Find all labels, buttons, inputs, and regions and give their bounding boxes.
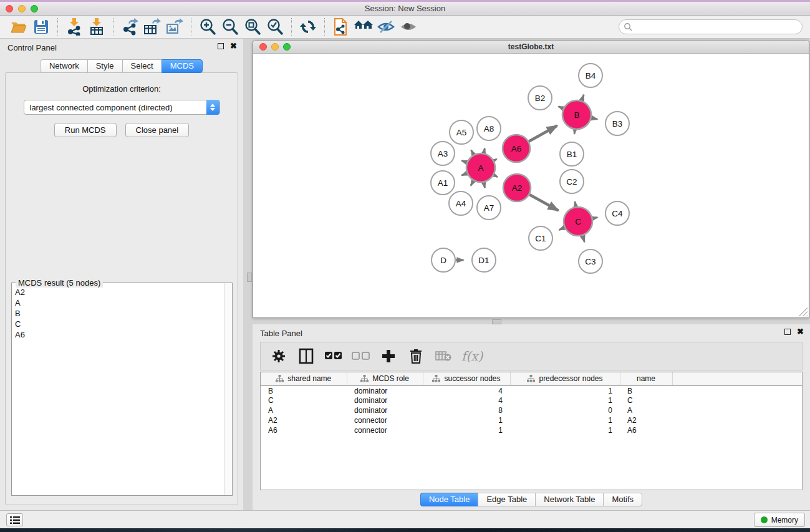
float-panel-icon[interactable] xyxy=(784,329,791,335)
graph-edge-A-A8[interactable] xyxy=(484,148,485,153)
graph-node-C[interactable]: C xyxy=(564,207,592,236)
open-session-icon[interactable] xyxy=(7,17,30,36)
table-cell[interactable]: C xyxy=(620,395,672,405)
tab-network-table[interactable]: Network Table xyxy=(535,493,603,506)
table-cell[interactable]: 1 xyxy=(510,415,620,425)
table-row[interactable]: Adominator80A xyxy=(261,405,802,415)
graph-node-D1[interactable]: D1 xyxy=(472,248,496,272)
create-column-plus-icon[interactable] xyxy=(379,347,398,365)
table-cell[interactable]: B xyxy=(620,385,672,395)
column-header-MCDS-role[interactable]: MCDS role xyxy=(347,372,423,385)
memory-button[interactable]: Memory xyxy=(754,513,805,527)
graph-node-A6[interactable]: A6 xyxy=(503,135,530,162)
network-canvas[interactable]: B4B2BB3A5A8A6A3B1AA1C2A2A4A7C4CC1C3DD1 xyxy=(254,54,808,317)
table-cell[interactable]: connector xyxy=(347,425,423,435)
graph-edge-B-B1[interactable] xyxy=(574,130,575,134)
table-cell[interactable]: dominator xyxy=(347,405,423,415)
graph-node-A4[interactable]: A4 xyxy=(449,191,473,215)
graph-edge-A-A1[interactable] xyxy=(461,173,466,175)
close-panel-icon[interactable]: ✖ xyxy=(797,329,804,335)
column-header-predecessor-nodes[interactable]: predecessor nodes xyxy=(510,372,620,385)
table-cell[interactable]: A6 xyxy=(261,425,347,435)
export-table-icon[interactable] xyxy=(141,17,163,36)
select-all-columns-icon[interactable] xyxy=(324,347,343,365)
table-cell[interactable]: C xyxy=(261,395,347,405)
graph-node-A2[interactable]: A2 xyxy=(503,174,531,201)
export-network-icon[interactable] xyxy=(118,17,141,36)
table-cell[interactable]: A xyxy=(620,405,672,415)
splitter-handle[interactable] xyxy=(247,273,252,282)
table-cell[interactable]: dominator xyxy=(347,385,423,395)
list-item[interactable]: A2 xyxy=(12,287,223,297)
table-cell[interactable]: dominator xyxy=(347,395,423,405)
table-cell[interactable]: 1 xyxy=(423,415,510,425)
float-panel-icon[interactable] xyxy=(218,43,224,49)
window-resize-grip[interactable] xyxy=(799,307,808,316)
graph-node-A1[interactable]: A1 xyxy=(431,171,455,195)
graph-node-C3[interactable]: C3 xyxy=(579,249,602,273)
graph-edge-C-C3[interactable] xyxy=(582,236,584,242)
save-session-icon[interactable] xyxy=(30,17,52,36)
graph-node-C4[interactable]: C4 xyxy=(605,201,629,225)
column-header-successor-nodes[interactable]: successor nodes xyxy=(423,372,510,385)
run-mcds-button[interactable]: Run MCDS xyxy=(54,123,117,137)
graph-edge-C-C2[interactable] xyxy=(575,201,576,206)
table-cell[interactable]: A2 xyxy=(620,415,672,425)
graph-node-D[interactable]: D xyxy=(432,248,455,272)
zoom-fit-icon[interactable] xyxy=(241,17,264,36)
delete-column-trash-icon[interactable] xyxy=(407,347,425,365)
tab-style[interactable]: Style xyxy=(87,59,122,73)
graph-edge-A-A4[interactable] xyxy=(471,181,473,186)
tab-mcds[interactable]: MCDS xyxy=(162,59,203,73)
table-cell[interactable]: 4 xyxy=(423,385,510,395)
table-cell[interactable]: 1 xyxy=(423,425,510,435)
table-cell[interactable]: connector xyxy=(347,415,423,425)
tab-network[interactable]: Network xyxy=(41,59,87,73)
table-cell[interactable]: 1 xyxy=(510,425,620,435)
list-item[interactable]: A xyxy=(12,297,223,308)
result-list-scrollbar[interactable] xyxy=(224,283,232,495)
close-panel-icon[interactable]: ✖ xyxy=(230,43,237,49)
list-item[interactable]: A6 xyxy=(12,329,223,340)
graph-edge-B-B4[interactable] xyxy=(582,95,584,101)
list-item[interactable]: C xyxy=(12,319,223,329)
zoom-out-icon[interactable] xyxy=(219,17,241,36)
table-cell[interactable]: 1 xyxy=(510,395,620,405)
column-header-shared-name[interactable]: shared name xyxy=(261,372,347,385)
graph-node-B4[interactable]: B4 xyxy=(579,64,602,87)
zoom-selected-icon[interactable] xyxy=(264,17,286,36)
table-settings-gear-icon[interactable] xyxy=(269,347,288,365)
tab-motifs[interactable]: Motifs xyxy=(603,493,642,506)
search-input[interactable] xyxy=(619,19,803,34)
column-header-name[interactable]: name xyxy=(620,372,672,385)
first-neighbors-icon[interactable] xyxy=(352,17,375,36)
table-cell[interactable]: 0 xyxy=(510,405,620,415)
graph-edge-A-A2[interactable] xyxy=(494,175,498,177)
graph-node-A8[interactable]: A8 xyxy=(477,117,501,140)
graph-edge-A-A3[interactable] xyxy=(462,161,467,163)
graph-node-A7[interactable]: A7 xyxy=(477,196,501,220)
graph-edge-A-A5[interactable] xyxy=(471,150,474,155)
graph-edge-A6-B[interactable] xyxy=(529,126,557,142)
zoom-in-icon[interactable] xyxy=(196,17,219,36)
hide-selected-icon[interactable] xyxy=(375,17,397,36)
optimization-criterion-dropdown[interactable]: largest connected component (directed) xyxy=(24,100,220,115)
task-history-list-icon[interactable] xyxy=(6,513,23,526)
show-column-icon[interactable] xyxy=(297,347,316,365)
graph-node-B3[interactable]: B3 xyxy=(605,112,629,135)
show-all-icon[interactable] xyxy=(397,17,420,36)
graph-edge-B-B2[interactable] xyxy=(559,107,564,109)
table-row[interactable]: A6connector11A6 xyxy=(261,425,802,435)
list-item[interactable]: B xyxy=(12,308,223,319)
tab-edge-table[interactable]: Edge Table xyxy=(478,493,535,506)
graph-node-B2[interactable]: B2 xyxy=(528,86,552,110)
graph-node-A3[interactable]: A3 xyxy=(431,142,455,165)
unselect-all-columns-icon[interactable] xyxy=(352,347,370,365)
import-table-icon[interactable] xyxy=(85,17,108,36)
graph-node-C2[interactable]: C2 xyxy=(560,170,584,193)
table-cell[interactable]: A6 xyxy=(620,425,672,435)
splitter-handle[interactable] xyxy=(492,319,501,324)
close-panel-button[interactable]: Close panel xyxy=(125,123,190,137)
table-row[interactable]: A2connector11A2 xyxy=(261,415,802,425)
graph-node-A5[interactable]: A5 xyxy=(450,120,473,144)
